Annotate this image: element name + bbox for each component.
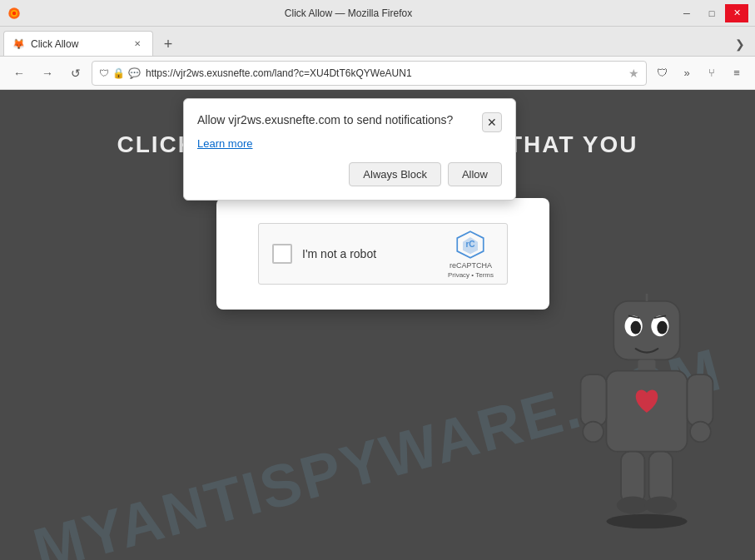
nav-bar: ← → ↺ 🛡 🔒 💬 https://vjr2ws.exusnefte.com…: [0, 57, 755, 90]
recaptcha-logo-area: rC reCAPTCHA Privacy • Terms: [448, 230, 494, 279]
tab-close-button[interactable]: ✕: [131, 37, 144, 51]
address-bar[interactable]: 🛡 🔒 💬 https://vjr2ws.exusnefte.com/land?…: [92, 61, 647, 86]
tab-bar-right: ❯: [728, 32, 752, 56]
new-tab-button[interactable]: +: [156, 32, 180, 56]
tab-favicon: 🦊: [12, 38, 24, 50]
address-bar-icons: 🛡 🔒 💬: [99, 67, 141, 79]
svg-rect-15: [688, 374, 713, 426]
url-text: https://vjr2ws.exusnefte.com/land?c=XU4D…: [146, 67, 623, 79]
tab-label: Click Allow: [31, 38, 124, 50]
reload-button[interactable]: ↺: [63, 61, 88, 86]
menu-button[interactable]: ≡: [725, 62, 748, 85]
recaptcha-dialog: I'm not a robot rC reCAPTCHA Privacy • T…: [216, 198, 549, 310]
svg-rect-18: [621, 452, 644, 503]
recaptcha-links: Privacy • Terms: [448, 271, 494, 279]
bookmark-star-icon[interactable]: ★: [628, 67, 639, 80]
svg-rect-12: [638, 359, 655, 370]
svg-point-22: [606, 514, 687, 529]
firefox-account-button[interactable]: 🛡: [650, 62, 673, 85]
learn-more-link[interactable]: Learn more: [197, 137, 252, 150]
svg-rect-14: [581, 374, 607, 426]
svg-point-6: [631, 321, 641, 335]
window-title: Click Allow — Mozilla Firefox: [22, 7, 675, 19]
svg-text:rC: rC: [466, 240, 476, 249]
recaptcha-box[interactable]: I'm not a robot rC reCAPTCHA Privacy • T…: [258, 223, 508, 285]
recaptcha-brand-text: reCAPTCHA: [450, 261, 492, 270]
overflow-button[interactable]: »: [675, 62, 698, 85]
svg-point-20: [617, 497, 649, 514]
window-controls: ─ □ ✕: [675, 4, 748, 22]
minimize-button[interactable]: ─: [675, 4, 698, 22]
tab-bar: 🦊 Click Allow ✕ + ❯: [0, 27, 755, 57]
recaptcha-logo-icon: rC: [455, 230, 485, 260]
robot-character: [564, 294, 730, 543]
extensions-button[interactable]: ⑂: [700, 62, 723, 85]
dialog-buttons: Always Block Allow: [197, 162, 502, 186]
svg-point-7: [657, 321, 667, 335]
lock-icon: 🔒: [112, 67, 125, 79]
svg-point-21: [644, 497, 677, 514]
active-tab[interactable]: 🦊 Click Allow ✕: [3, 31, 153, 56]
tab-overflow-button[interactable]: ❯: [728, 32, 752, 56]
dialog-title: Allow vjr2ws.exusnefte.com to send notif…: [197, 112, 475, 129]
svg-rect-3: [613, 301, 679, 360]
recaptcha-label: I'm not a robot: [302, 247, 438, 260]
title-bar: Click Allow — Mozilla Firefox ─ □ ✕: [0, 0, 755, 27]
page-content: CLICK «ALLOW» TO CONFIRM THAT YOU MYANTI…: [0, 90, 755, 560]
allow-button[interactable]: Allow: [448, 162, 502, 186]
browser-window: Click Allow — Mozilla Firefox ─ □ ✕ 🦊 Cl…: [0, 0, 755, 560]
recaptcha-checkbox[interactable]: [272, 244, 292, 264]
close-button[interactable]: ✕: [725, 4, 748, 22]
maximize-button[interactable]: □: [700, 4, 723, 22]
shield-icon: 🛡: [99, 67, 109, 79]
dialog-close-button[interactable]: ✕: [482, 112, 502, 132]
back-button[interactable]: ←: [7, 61, 32, 86]
dialog-header: Allow vjr2ws.exusnefte.com to send notif…: [197, 112, 502, 132]
always-block-button[interactable]: Always Block: [349, 162, 441, 186]
svg-point-16: [583, 422, 604, 443]
svg-point-2: [12, 11, 17, 15]
notification-icon: 💬: [128, 67, 141, 79]
svg-rect-19: [649, 452, 673, 503]
nav-right-icons: 🛡 » ⑂ ≡: [650, 62, 748, 85]
title-bar-left: [7, 6, 22, 21]
firefox-icon: [7, 6, 22, 21]
svg-point-17: [690, 422, 711, 443]
forward-button[interactable]: →: [35, 61, 60, 86]
notification-dialog: Allow vjr2ws.exusnefte.com to send notif…: [183, 98, 516, 201]
